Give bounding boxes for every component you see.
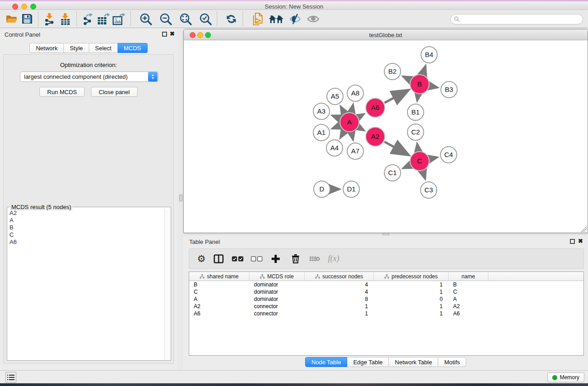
result-scrollbar[interactable] (164, 208, 170, 360)
home-icon[interactable] (268, 12, 284, 26)
criterion-select[interactable]: largest connected component (directed) ▲… (20, 71, 158, 82)
graph-node-A2[interactable]: A2 (366, 127, 385, 146)
mcds-result-list[interactable]: A2ABCA6 (8, 209, 164, 360)
close-panel-icon[interactable]: ✖ (578, 238, 583, 244)
graph-node-A4[interactable]: A4 (326, 140, 343, 156)
table-cell[interactable]: B (189, 281, 249, 288)
edge-C-C2[interactable] (417, 144, 418, 151)
graph-node-C[interactable]: C (410, 152, 429, 171)
column-header-shared-name[interactable]: shared name (189, 272, 249, 281)
table-cell[interactable]: A (189, 296, 249, 302)
network-graph[interactable]: B4B2BB3A8A5A6A3B1AA1C2A2A4A7C4CC1C3DD1 (184, 40, 588, 233)
table-cell[interactable]: 8 (305, 296, 374, 302)
tab-node-table[interactable]: Node Table (305, 357, 348, 367)
graph-node-C3[interactable]: C3 (421, 182, 437, 198)
table-cell[interactable]: connector (249, 310, 305, 317)
graph-node-A6[interactable]: A6 (366, 98, 385, 117)
table-cell[interactable]: 4 (305, 289, 374, 295)
graph-node-C2[interactable]: C2 (407, 124, 424, 140)
delete-row-icon[interactable] (289, 252, 302, 266)
graph-node-B3[interactable]: B3 (441, 81, 457, 98)
table-cell[interactable]: 1 (305, 310, 374, 317)
table-cell[interactable]: 1 (374, 289, 449, 295)
export-table-icon[interactable] (96, 12, 111, 26)
zoom-in-icon[interactable] (138, 12, 153, 26)
panel-splitter-handle[interactable] (179, 195, 182, 201)
result-item[interactable]: C (10, 231, 164, 238)
close-panel-button[interactable]: Close panel (91, 87, 138, 97)
graph-node-C1[interactable]: C1 (384, 165, 401, 181)
export-network-icon[interactable] (81, 12, 96, 26)
zoom-out-icon[interactable] (158, 12, 173, 26)
import-table-icon[interactable] (57, 12, 73, 26)
zoom-fit-icon[interactable] (178, 12, 193, 26)
float-panel-icon[interactable] (162, 32, 167, 37)
column-header-successor-nodes[interactable]: successor nodes (305, 272, 374, 281)
table-cell[interactable]: A6 (449, 310, 488, 317)
table-row[interactable]: A6connector11A6 (189, 310, 583, 317)
graph-node-B[interactable]: B (410, 75, 429, 94)
graph-node-A7[interactable]: A7 (347, 143, 363, 159)
tab-network[interactable]: Network (29, 43, 64, 53)
column-header-name[interactable]: name (449, 272, 488, 281)
export-image-icon[interactable] (111, 12, 127, 26)
table-cell[interactable]: A2 (189, 303, 249, 310)
edge-B-B1[interactable] (417, 95, 418, 100)
edge-C-C3[interactable] (423, 171, 425, 178)
graph-node-B4[interactable]: B4 (421, 47, 437, 63)
save-session-icon[interactable] (19, 12, 34, 26)
graph-node-A[interactable]: A (340, 113, 359, 132)
edge-B-B2[interactable] (403, 76, 410, 80)
graph-node-B1[interactable]: B1 (407, 104, 424, 120)
edge-A-A5[interactable] (341, 107, 344, 113)
result-item[interactable]: A (10, 217, 164, 224)
table-cell[interactable]: dominator (249, 281, 305, 288)
graph-node-A8[interactable]: A8 (347, 85, 363, 101)
refresh-layout-icon[interactable] (224, 12, 239, 26)
hide-panels-icon[interactable] (287, 12, 303, 26)
table-cell[interactable]: A6 (189, 310, 249, 317)
network-window-titlebar[interactable]: testGlobe.txt (184, 29, 588, 40)
table-cell[interactable]: connector (249, 303, 305, 310)
edge-A-A2[interactable] (359, 127, 363, 130)
table-row[interactable]: Adominator80A (189, 295, 583, 303)
column-header-predecessor-nodes[interactable]: predecessor nodes (374, 272, 449, 281)
window-resize-grip[interactable] (581, 226, 587, 232)
table-cell[interactable]: 1 (374, 303, 449, 310)
table-cell[interactable]: C (189, 289, 249, 295)
table-cell[interactable]: dominator (249, 296, 305, 302)
column-header-MCDS-role[interactable]: MCDS role (249, 272, 305, 281)
show-columns-icon[interactable] (212, 252, 225, 266)
task-history-button[interactable] (5, 372, 16, 383)
graph-node-B2[interactable]: B2 (384, 63, 401, 80)
table-cell[interactable]: A (449, 296, 488, 302)
table-cell[interactable]: A2 (449, 303, 488, 310)
search-input[interactable] (462, 16, 583, 23)
table-cell[interactable]: 1 (305, 303, 374, 310)
table-cell[interactable]: C (449, 289, 488, 295)
table-row[interactable]: Cdominator41C (189, 288, 583, 295)
edge-A-A1[interactable] (333, 126, 339, 129)
table-row[interactable]: Bdominator41B (189, 281, 583, 288)
edge-A2-C[interactable] (384, 142, 408, 154)
edge-A6-B[interactable] (384, 91, 407, 103)
edge-A-A3[interactable] (333, 116, 339, 119)
equation-builder-icon[interactable]: f(x) (327, 252, 340, 266)
graph-node-C4[interactable]: C4 (440, 147, 457, 163)
run-mcds-button[interactable]: Run MCDS (39, 87, 85, 97)
graph-node-A1[interactable]: A1 (313, 124, 330, 141)
select-all-icon[interactable] (231, 252, 244, 266)
table-cell[interactable]: B (449, 281, 488, 288)
zoom-selected-icon[interactable] (198, 12, 213, 26)
tab-network-table[interactable]: Network Table (389, 357, 438, 367)
network-canvas[interactable]: B4B2BB3A8A5A6A3B1AA1C2A2A4A7C4CC1C3DD1 (184, 40, 588, 233)
tab-select[interactable]: Select (89, 43, 118, 53)
edge-A-A8[interactable] (352, 105, 353, 112)
edge-A-A4[interactable] (341, 131, 344, 138)
tab-style[interactable]: Style (64, 43, 89, 53)
edge-A-A7[interactable] (352, 133, 353, 139)
result-item[interactable]: A6 (10, 238, 164, 246)
tab-edge-table[interactable]: Edge Table (347, 357, 389, 367)
edge-C-C1[interactable] (404, 165, 410, 168)
close-panel-icon[interactable]: ✖ (170, 31, 175, 37)
